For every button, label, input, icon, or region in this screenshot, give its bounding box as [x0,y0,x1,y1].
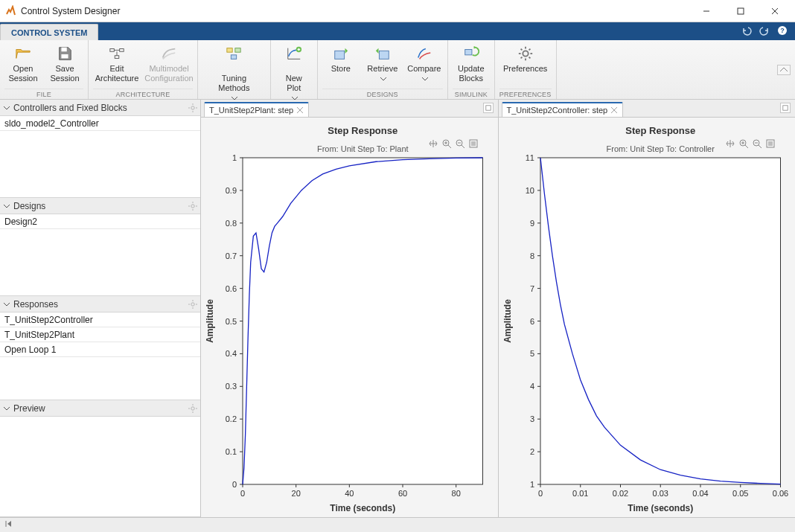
svg-rect-16 [379,51,389,59]
open-session-button[interactable]: Open Session [4,43,42,83]
compare-button[interactable]: Compare [406,43,443,83]
toolgroup-preferences: Preferences PREFERENCES [495,40,557,99]
maximize-button[interactable] [724,0,758,22]
svg-text:0.5: 0.5 [226,317,237,326]
close-button[interactable] [758,0,792,22]
plot-controller-step[interactable]: Step ResponseFrom: Unit Step To: Control… [499,118,796,517]
btn-label: New Plot [286,64,302,103]
tab-control-system[interactable]: CONTROL SYSTEM [0,24,98,40]
svg-rect-63 [243,158,483,484]
chevron-down-icon [3,104,10,112]
gear-icon[interactable] [188,404,197,413]
btn-label: Preferences [503,64,547,74]
folder-open-icon [14,45,32,63]
save-session-button[interactable]: Save Session [46,43,83,83]
toolgroup-file: Open Session Save Session FILE [0,40,89,99]
svg-text:9: 9 [529,219,534,228]
svg-text:1: 1 [232,153,237,162]
pane-controllers-header[interactable]: Controllers and Fixed Blocks [0,100,200,116]
chevron-down-icon [3,301,10,308]
chevron-down-icon [292,93,298,97]
svg-text:0.7: 0.7 [226,251,237,260]
svg-text:3: 3 [529,414,534,423]
gear-icon [517,45,534,63]
plot-pane-left: T_UnitStep2Plant: step Step ResponseFrom… [201,100,499,517]
gear-icon[interactable] [188,202,197,211]
preferences-button[interactable]: Preferences [502,43,549,74]
list-item[interactable]: T_UnitStep2Plant [0,327,200,342]
architecture-icon [108,45,126,63]
svg-text:0.06: 0.06 [772,489,788,498]
statusbar [0,517,795,532]
pane-preview-header[interactable]: Preview [0,400,200,417]
gear-icon[interactable] [188,300,197,309]
doctab-controller-step[interactable]: T_UnitStep2Controller: step [502,102,624,117]
svg-point-27 [191,106,194,109]
btn-label: Compare [406,64,443,83]
pane-responses-header[interactable]: Responses [0,296,200,313]
svg-rect-11 [227,48,232,53]
rewind-icon[interactable] [4,519,13,531]
btn-label: Edit Architecture [95,64,139,83]
svg-text:80: 80 [452,489,461,498]
pane-title: Preview [13,403,45,414]
list-item[interactable]: sldo_model2_Controller [0,116,200,131]
edit-architecture-button[interactable]: Edit Architecture [93,43,141,83]
chevron-down-icon [3,202,10,210]
close-icon[interactable] [610,106,618,114]
matlab-logo-icon [4,5,16,17]
gear-icon[interactable] [188,103,197,112]
update-blocks-button[interactable]: Update Blocks [453,43,490,83]
list-item[interactable]: T_UnitStep2Controller [0,313,200,327]
svg-text:Step Response: Step Response [328,125,398,136]
pane-designs-header[interactable]: Designs [0,198,200,214]
undo-icon[interactable] [741,25,752,38]
collapse-toolstrip-button[interactable] [777,65,791,75]
doctab-plant-step[interactable]: T_UnitStep2Plant: step [204,102,309,117]
help-icon[interactable]: ? [777,25,788,38]
store-button[interactable]: Store [322,43,360,74]
plot-add-icon [285,45,303,63]
tuning-methods-button[interactable]: Tuning Methods [211,43,256,103]
pane-title: Responses [13,299,58,310]
window-title: Control System Designer [21,6,120,16]
plot-plant-step[interactable]: Step ResponseFrom: Unit Step To: Plant02… [201,118,498,517]
svg-text:0.3: 0.3 [226,382,237,391]
svg-text:10: 10 [525,186,534,195]
svg-rect-12 [235,48,240,53]
svg-rect-114 [540,158,781,484]
svg-text:2: 2 [529,447,534,456]
btn-label: Multimodel Configuration [144,64,193,83]
redo-icon[interactable] [759,25,770,38]
svg-text:0.4: 0.4 [226,349,237,358]
svg-rect-1 [738,8,744,14]
svg-text:0: 0 [240,489,245,498]
list-item[interactable]: Open Loop 1 [0,342,200,357]
retrieve-button[interactable]: Retrieve [364,43,401,83]
maximize-pane-button[interactable] [483,103,494,113]
tab-label: CONTROL SYSTEM [11,28,87,37]
svg-text:60: 60 [398,489,407,498]
svg-line-26 [529,49,530,51]
svg-text:0.6: 0.6 [226,284,237,293]
svg-point-37 [191,302,194,305]
group-label: SIMULINK [453,89,490,99]
compare-icon [415,45,433,63]
save-icon [56,45,74,63]
svg-text:0.03: 0.03 [652,489,668,498]
svg-text:0.9: 0.9 [226,186,237,195]
svg-text:4: 4 [529,382,534,391]
svg-rect-13 [232,55,237,60]
svg-rect-10 [115,56,119,59]
minimize-button[interactable] [689,0,724,22]
chevron-down-icon [232,93,237,97]
new-plot-button[interactable]: New Plot [275,43,313,103]
svg-text:0.02: 0.02 [612,489,628,498]
svg-rect-6 [61,48,66,52]
close-icon[interactable] [296,106,304,114]
doctab-label: T_UnitStep2Controller: step [507,106,608,115]
plot-pane-right: T_UnitStep2Controller: step Step Respons… [499,100,796,517]
list-item[interactable]: Design2 [0,214,200,229]
maximize-pane-button[interactable] [780,103,791,113]
svg-text:Time (seconds): Time (seconds) [628,503,693,513]
